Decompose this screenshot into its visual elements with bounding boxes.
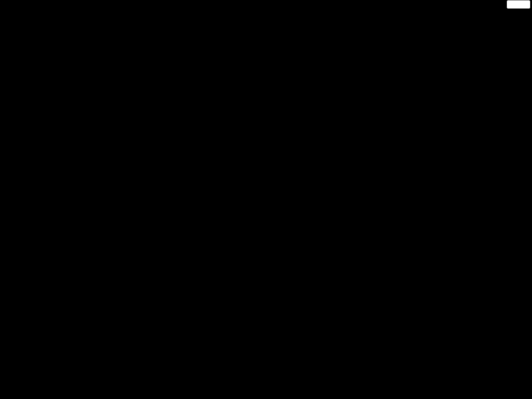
price-chart-canvas[interactable] xyxy=(0,0,532,399)
last-volume-badge xyxy=(507,0,530,9)
chart-window xyxy=(0,0,532,399)
volume-pane-header xyxy=(5,341,10,349)
